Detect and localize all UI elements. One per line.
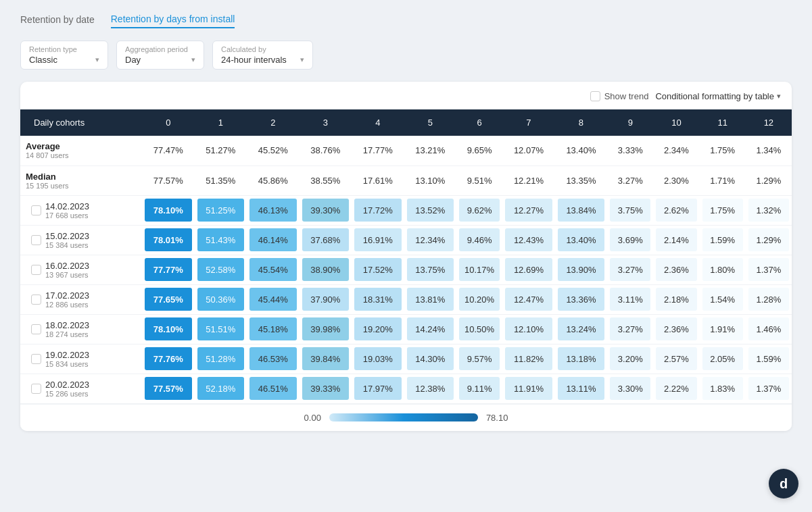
- data-cell-3-12: 1.28%: [746, 284, 792, 314]
- card-header: Show trend Conditional formatting by tab…: [20, 91, 792, 109]
- col-header-10: 10: [653, 109, 699, 136]
- data-cell-5-11: 2.05%: [700, 344, 746, 374]
- data-cell-6-9: 3.30%: [607, 374, 653, 403]
- data-cell-1-6: 9.46%: [456, 225, 502, 255]
- col-header-1: 1: [195, 109, 247, 136]
- data-cell-0-3: 39.30%: [300, 195, 352, 225]
- data-cell-1-8: 13.40%: [555, 225, 608, 255]
- show-trend-control[interactable]: Show trend: [590, 91, 649, 101]
- table-row: 14.02.2023 17 668 users 78.10%51.25%46.1…: [20, 195, 792, 225]
- table-row: 16.02.2023 13 967 users 77.77%52.58%45.5…: [20, 255, 792, 284]
- retention-type-value: Classic: [29, 55, 99, 65]
- table-container[interactable]: Daily cohorts 0 1 2 3 4 5 6 7 8 9 10 11 …: [20, 109, 792, 404]
- data-cell-4-9: 3.27%: [607, 314, 653, 344]
- retention-type-filter[interactable]: Retention type Classic: [20, 41, 108, 70]
- col-header-9: 9: [607, 109, 653, 136]
- legend-bar: 0.00 78.10: [20, 404, 792, 431]
- data-cell-2-8: 13.90%: [555, 255, 608, 284]
- date-cell-2: 16.02.2023 13 967 users: [20, 255, 142, 284]
- data-cell-6-7: 11.91%: [502, 374, 555, 403]
- calculated-by-value: 24-hour intervals: [221, 55, 304, 65]
- conditional-format-dropdown[interactable]: Conditional formatting by table: [655, 91, 781, 101]
- data-cell-0-6: 9.62%: [456, 195, 502, 225]
- data-cell-2-11: 1.80%: [700, 255, 746, 284]
- data-cell-0-5: 13.52%: [404, 195, 457, 225]
- summary-cell-0-3: 38.76%: [300, 136, 352, 165]
- col-header-12: 12: [746, 109, 792, 136]
- summary-label-1: Median15 195 users: [20, 165, 142, 195]
- row-checkbox-5[interactable]: [31, 354, 41, 364]
- data-cell-5-0: 77.76%: [142, 344, 195, 374]
- data-cell-2-10: 2.36%: [653, 255, 699, 284]
- data-cell-4-10: 2.36%: [653, 314, 699, 344]
- data-cell-4-12: 1.46%: [746, 314, 792, 344]
- data-cell-0-9: 3.75%: [607, 195, 653, 225]
- data-cell-6-1: 52.18%: [195, 374, 247, 403]
- legend-gradient: [329, 413, 478, 421]
- data-cell-0-0: 78.10%: [142, 195, 195, 225]
- data-cell-5-9: 3.20%: [607, 344, 653, 374]
- summary-cell-1-4: 17.61%: [352, 165, 404, 195]
- data-cell-4-2: 45.18%: [247, 314, 300, 344]
- data-cell-6-0: 77.57%: [142, 374, 195, 403]
- calculated-by-filter[interactable]: Calculated by 24-hour intervals: [212, 41, 313, 70]
- aggregation-period-filter[interactable]: Aggregation period Day: [116, 41, 204, 70]
- summary-cell-1-5: 13.10%: [404, 165, 457, 195]
- summary-cell-0-4: 17.77%: [352, 136, 404, 165]
- col-header-7: 7: [502, 109, 555, 136]
- data-cell-5-6: 9.57%: [456, 344, 502, 374]
- main-card: Show trend Conditional formatting by tab…: [20, 82, 792, 431]
- data-cell-4-1: 51.51%: [195, 314, 247, 344]
- data-cell-2-7: 12.69%: [502, 255, 555, 284]
- date-cell-4: 18.02.2023 18 274 users: [20, 314, 142, 344]
- data-cell-3-9: 3.11%: [607, 284, 653, 314]
- data-cell-0-7: 12.27%: [502, 195, 555, 225]
- data-cell-3-11: 1.54%: [700, 284, 746, 314]
- logo-button[interactable]: d: [769, 469, 798, 498]
- data-cell-3-3: 37.90%: [300, 284, 352, 314]
- data-cell-2-2: 45.54%: [247, 255, 300, 284]
- summary-cell-0-2: 45.52%: [247, 136, 300, 165]
- data-cell-1-0: 78.01%: [142, 225, 195, 255]
- data-cell-0-4: 17.72%: [352, 195, 404, 225]
- row-checkbox-4[interactable]: [31, 324, 41, 334]
- show-trend-checkbox[interactable]: [590, 91, 600, 101]
- aggregation-period-label: Aggregation period: [125, 45, 195, 53]
- row-checkbox-0[interactable]: [31, 205, 41, 215]
- summary-cell-1-1: 51.35%: [195, 165, 247, 195]
- tab-by-install[interactable]: Retention by days from install: [111, 14, 235, 28]
- col-header-11: 11: [700, 109, 746, 136]
- summary-cell-0-11: 1.75%: [700, 136, 746, 165]
- data-cell-5-12: 1.59%: [746, 344, 792, 374]
- data-cell-0-2: 46.13%: [247, 195, 300, 225]
- table-row: 17.02.2023 12 886 users 77.65%50.36%45.4…: [20, 284, 792, 314]
- data-cell-1-4: 16.91%: [352, 225, 404, 255]
- summary-cell-1-10: 2.30%: [653, 165, 699, 195]
- tab-by-date[interactable]: Retention by date: [20, 14, 95, 28]
- col-header-6: 6: [456, 109, 502, 136]
- summary-label-0: Average14 807 users: [20, 136, 142, 165]
- calculated-by-label: Calculated by: [221, 45, 304, 53]
- summary-row-0: Average14 807 users77.47%51.27%45.52%38.…: [20, 136, 792, 165]
- data-cell-3-4: 18.31%: [352, 284, 404, 314]
- data-cell-6-5: 12.38%: [404, 374, 457, 403]
- col-header-3: 3: [300, 109, 352, 136]
- data-cell-1-12: 1.29%: [746, 225, 792, 255]
- row-checkbox-6[interactable]: [31, 384, 41, 394]
- data-cell-4-3: 39.98%: [300, 314, 352, 344]
- summary-cell-0-8: 13.40%: [555, 136, 608, 165]
- row-checkbox-1[interactable]: [31, 235, 41, 245]
- row-checkbox-2[interactable]: [31, 265, 41, 275]
- show-trend-label: Show trend: [604, 91, 649, 101]
- summary-cell-1-6: 9.51%: [456, 165, 502, 195]
- date-cell-1: 15.02.2023 15 384 users: [20, 225, 142, 255]
- data-cell-0-12: 1.32%: [746, 195, 792, 225]
- filters-bar: Retention type Classic Aggregation perio…: [20, 41, 792, 70]
- data-cell-6-8: 13.11%: [555, 374, 608, 403]
- data-cell-1-3: 37.68%: [300, 225, 352, 255]
- data-cell-3-5: 13.81%: [404, 284, 457, 314]
- legend-min: 0.00: [304, 413, 321, 423]
- row-checkbox-3[interactable]: [31, 295, 41, 305]
- summary-cell-0-7: 12.07%: [502, 136, 555, 165]
- retention-table: Daily cohorts 0 1 2 3 4 5 6 7 8 9 10 11 …: [20, 109, 792, 404]
